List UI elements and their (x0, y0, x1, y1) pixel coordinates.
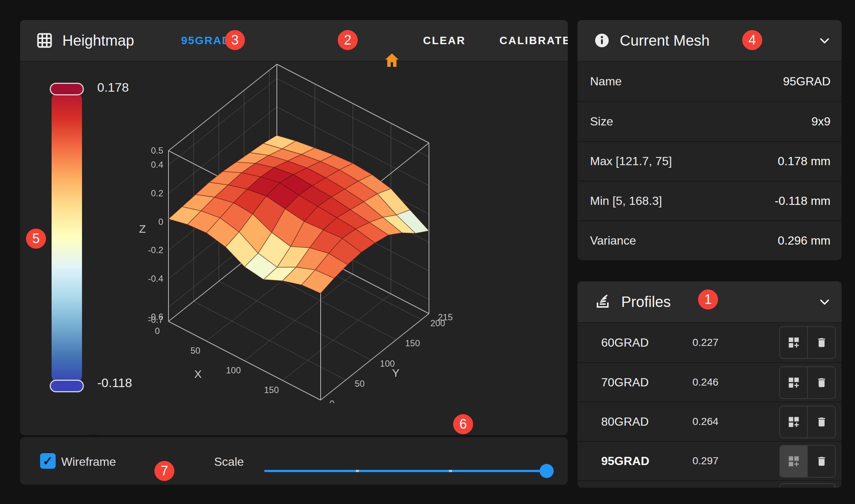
scale-slider-thumb[interactable] (540, 464, 554, 478)
info-icon (594, 32, 610, 49)
calibrate-button[interactable]: CALIBRATE (491, 28, 568, 53)
mesh-info-row: Name95GRAD (577, 62, 842, 101)
annotation-badge-3: 3 (225, 30, 245, 50)
mesh-info-value: 0.296 mm (778, 234, 831, 248)
colorbar-min-handle[interactable] (50, 380, 84, 392)
mesh-info-label: Max [121.7, 75] (590, 154, 672, 168)
mesh-info-value: 0.178 mm (778, 154, 831, 168)
profile-value: 0.264 (692, 402, 718, 441)
apply-profile-button[interactable] (780, 327, 807, 358)
apply-profile-button[interactable] (780, 446, 807, 477)
scale-slider-label: Scale (214, 455, 244, 469)
colorbar-max-handle[interactable] (50, 83, 84, 95)
current-mesh-header[interactable]: Current Mesh (577, 20, 842, 62)
mesh-info-row: Size9x9 (577, 101, 842, 141)
profiles-title: Profiles (621, 294, 671, 310)
apply-profile-button[interactable] (780, 406, 807, 438)
mesh-info-label: Variance (590, 234, 636, 248)
colorbar-gradient (52, 89, 82, 386)
heightmap-3d-plot[interactable] (124, 62, 566, 403)
current-mesh-card: Current Mesh Name95GRADSize9x9Max [121.7… (577, 20, 842, 260)
heightmap-card: Heightmap 95GRAD CLEAR CALIBRATE 0.178 -… (20, 20, 568, 435)
profile-row: 80GRAD0.264 (577, 402, 842, 441)
wireframe-label: Wireframe (61, 455, 116, 469)
mesh-info-value: -0.118 mm (774, 194, 831, 208)
current-mesh-title: Current Mesh (620, 32, 710, 49)
mesh-info-label: Name (590, 75, 622, 88)
annotation-badge-4: 4 (742, 30, 762, 50)
profile-value: 0.297 (692, 442, 718, 480)
grid-icon (36, 32, 53, 49)
delete-profile-button[interactable] (807, 327, 835, 358)
wireframe-card: ✓ Wireframe Scale (20, 437, 568, 485)
profile-row: 70GRAD0.246 (577, 362, 842, 402)
annotation-badge-6: 6 (453, 414, 473, 434)
page-title: Heightmap (62, 32, 134, 49)
profile-value: 0.227 (692, 323, 718, 362)
mesh-info-value: 95GRAD (783, 75, 831, 88)
mesh-info-row: Max [121.7, 75]0.178 mm (577, 141, 842, 181)
profile-row: 60GRAD0.227 (577, 323, 842, 362)
delete-profile-button[interactable] (807, 446, 835, 477)
profile-row: 95GRAD0.297 (577, 441, 842, 480)
annotation-badge-2: 2 (338, 30, 358, 50)
profile-name: 80GRAD (601, 402, 649, 441)
profile-actions (779, 366, 836, 399)
mesh-info-row: Variance0.296 mm (577, 220, 842, 260)
profile-name: 95GRAD (601, 442, 649, 480)
profile-actions (779, 483, 836, 488)
scale-slider[interactable] (264, 470, 547, 472)
profile-actions (779, 326, 836, 359)
annotation-badge-7: 7 (154, 461, 174, 481)
wireframe-checkbox[interactable]: ✓ (40, 453, 56, 469)
slider-tick (449, 470, 452, 472)
app-root: Heightmap 95GRAD CLEAR CALIBRATE 0.178 -… (0, 0, 855, 504)
clear-button[interactable]: CLEAR (414, 28, 475, 53)
profiles-card: Profiles 60GRAD0.22770GRAD0.24680GRAD0.2… (577, 281, 842, 488)
slider-tick (356, 470, 359, 472)
annotation-badge-1: 1 (698, 289, 718, 310)
mesh-info-label: Min [5, 168.3] (590, 194, 662, 208)
profile-row-partial (577, 480, 842, 488)
check-icon: ✓ (43, 455, 53, 467)
delete-profile-button[interactable] (807, 406, 835, 438)
profiles-list: 60GRAD0.22770GRAD0.24680GRAD0.26495GRAD0… (577, 323, 842, 488)
chevron-down-icon[interactable] (817, 33, 832, 48)
profile-value: 0.246 (692, 363, 718, 402)
profile-name: 70GRAD (601, 363, 649, 402)
annotation-badge-5: 5 (26, 229, 46, 249)
active-mesh-chip[interactable]: 95GRAD (181, 34, 231, 47)
chevron-down-icon[interactable] (817, 295, 832, 310)
current-mesh-rows: Name95GRADSize9x9Max [121.7, 75]0.178 mm… (577, 62, 842, 260)
profile-name: 60GRAD (601, 323, 649, 362)
mesh-info-label: Size (590, 115, 613, 128)
profiles-stack-icon (594, 293, 612, 311)
heightmap-header: Heightmap 95GRAD CLEAR CALIBRATE (20, 20, 568, 62)
apply-profile-button[interactable] (780, 367, 807, 398)
mesh-info-row: Min [5, 168.3]-0.118 mm (577, 181, 842, 220)
profile-actions (779, 445, 836, 478)
delete-profile-button[interactable] (807, 367, 835, 398)
profile-actions (779, 406, 836, 438)
mesh-info-value: 9x9 (811, 115, 831, 128)
